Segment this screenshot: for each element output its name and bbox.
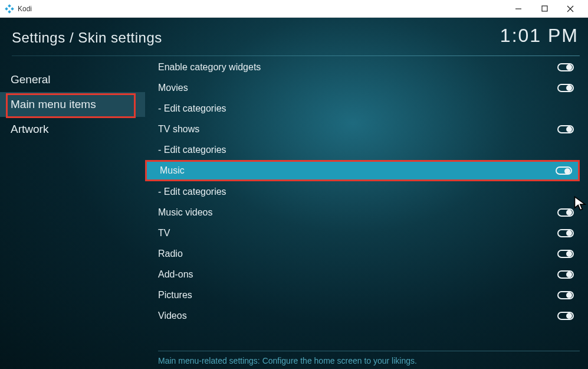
close-button[interactable] — [564, 3, 576, 15]
svg-rect-5 — [542, 6, 547, 11]
sidebar-item-artwork[interactable]: Artwork — [0, 117, 145, 142]
svg-rect-2 — [11, 7, 14, 11]
minimize-button[interactable] — [513, 3, 524, 15]
row-label: Add-ons — [158, 269, 557, 280]
row-label: - Edit categories — [158, 103, 574, 114]
toggle-switch[interactable] — [557, 63, 574, 71]
settings-list: Enable category widgetsMovies- Edit cate… — [145, 57, 588, 369]
row-music-videos[interactable]: Music videos — [145, 202, 580, 223]
row-label: Enable category widgets — [158, 62, 557, 73]
toggle-switch[interactable] — [557, 291, 574, 299]
row-label: Music videos — [158, 207, 557, 218]
app-body: Settings / Skin settings 1:01 PM General… — [0, 18, 588, 369]
window-controls — [513, 3, 576, 15]
row-label: Music — [160, 165, 556, 176]
sidebar-item-label: General — [11, 73, 51, 86]
svg-rect-1 — [5, 7, 8, 11]
sidebar-item-label: Artwork — [11, 123, 48, 136]
row-label: - Edit categories — [158, 187, 574, 197]
content-body: GeneralMain menu itemsArtwork Enable cat… — [0, 57, 588, 369]
sidebar-item-label: Main menu items — [11, 98, 96, 111]
row-movies[interactable]: Movies — [145, 77, 580, 98]
svg-rect-3 — [8, 10, 11, 14]
row-enable-category-widgets[interactable]: Enable category widgets — [145, 57, 580, 77]
row-tv[interactable]: TV — [145, 223, 580, 243]
sidebar: GeneralMain menu itemsArtwork — [0, 57, 145, 369]
clock: 1:01 PM — [500, 25, 579, 47]
toggle-switch[interactable] — [557, 229, 574, 237]
row-label: Radio — [158, 249, 557, 259]
toggle-switch[interactable] — [557, 270, 574, 279]
header-divider — [12, 55, 580, 56]
row-add-ons[interactable]: Add-ons — [145, 264, 580, 285]
row-tv-shows[interactable]: TV shows — [145, 119, 580, 139]
app-window: Kodi Settings / Skin settings 1:01 PM Ge… — [0, 0, 588, 369]
breadcrumb: Settings / Skin settings — [12, 30, 162, 46]
footer-help-text: Main menu-related settings: Configure th… — [158, 351, 580, 365]
row-pictures[interactable]: Pictures — [145, 285, 580, 305]
row-label: TV — [158, 228, 557, 239]
toggle-switch[interactable] — [557, 250, 574, 258]
toggle-switch[interactable] — [557, 208, 574, 217]
toggle-switch[interactable] — [557, 84, 574, 92]
row-label: TV shows — [158, 124, 557, 135]
kodi-icon — [5, 4, 14, 14]
row-radio[interactable]: Radio — [145, 243, 580, 264]
window-title: Kodi — [18, 5, 513, 13]
row-label: - Edit categories — [158, 145, 574, 155]
row-videos[interactable]: Videos — [145, 305, 580, 326]
row-music[interactable]: Music — [145, 160, 580, 181]
toggle-switch[interactable] — [557, 312, 574, 320]
sidebar-item-main-menu-items[interactable]: Main menu items — [0, 92, 145, 117]
row-edit-categories-music[interactable]: - Edit categories — [145, 181, 580, 202]
svg-rect-0 — [8, 4, 11, 8]
row-label: Pictures — [158, 290, 557, 301]
maximize-button[interactable] — [538, 3, 550, 15]
toggle-switch[interactable] — [557, 125, 574, 133]
toggle-switch[interactable] — [556, 166, 572, 175]
row-edit-categories-tvshows[interactable]: - Edit categories — [145, 139, 580, 160]
row-label: Movies — [158, 83, 557, 93]
row-label: Videos — [158, 311, 557, 321]
sidebar-item-general[interactable]: General — [0, 67, 145, 92]
titlebar: Kodi — [0, 0, 588, 18]
row-edit-categories-movies[interactable]: - Edit categories — [145, 98, 580, 119]
